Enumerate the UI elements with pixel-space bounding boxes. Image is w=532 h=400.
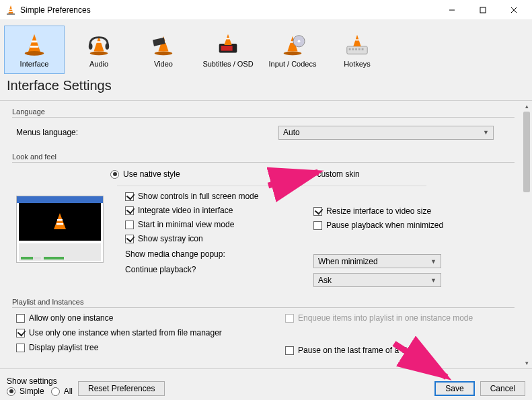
headphone-cone-icon (85, 32, 113, 58)
category-label: Hotkeys (344, 60, 371, 68)
checkbox-icon (125, 192, 134, 201)
radio-icon (288, 170, 297, 179)
category-video[interactable]: Video (133, 26, 194, 74)
checkbox-icon (313, 207, 322, 216)
cone-icon (20, 32, 48, 58)
menus-language-select[interactable]: Auto ▼ (278, 126, 494, 140)
checkbox-icon (125, 221, 134, 229)
category-interface[interactable]: Interface (4, 26, 65, 74)
check-allow-one-instance[interactable]: Allow only one instance (16, 313, 285, 323)
svg-rect-1 (9, 9, 12, 10)
checkbox-icon (125, 235, 134, 243)
close-button[interactable] (498, 0, 529, 20)
radio-use-custom-skin[interactable]: Use custom skin (288, 169, 360, 179)
check-start-minimal[interactable]: Start in minimal view mode (125, 220, 313, 229)
svg-point-16 (106, 43, 110, 50)
film-cone-icon (149, 32, 178, 58)
page-title: Interface Settings (0, 74, 532, 100)
keyboard-cone-icon (343, 32, 371, 58)
svg-rect-3 (7, 13, 15, 15)
check-resize-to-video[interactable]: Resize interface to video size (313, 206, 510, 216)
check-integrate-video[interactable]: Integrate video in interface (125, 206, 313, 215)
check-pause-minimized[interactable]: Pause playback when minimized (313, 221, 510, 230)
vertical-scrollbar[interactable]: ▴ ▾ (521, 101, 532, 368)
svg-point-29 (298, 40, 301, 42)
check-label: Show systray icon (138, 234, 203, 243)
group-language: Language Menus language: Auto ▼ (12, 108, 515, 146)
category-input-codecs[interactable]: Input / Codecs (262, 26, 323, 74)
svg-rect-39 (57, 219, 63, 221)
continue-playback-label: Continue playback? (125, 265, 233, 274)
svg-marker-8 (28, 34, 41, 52)
svg-rect-10 (30, 45, 38, 47)
button-label: Save (445, 384, 463, 393)
radio-label: Use native style (123, 169, 180, 179)
check-show-systray[interactable]: Show systray icon (125, 234, 313, 243)
svg-point-11 (25, 51, 44, 56)
save-button[interactable]: Save (434, 381, 474, 396)
svg-rect-34 (358, 48, 360, 50)
radio-icon (110, 170, 119, 179)
check-label: Resize interface to video size (326, 206, 431, 216)
svg-rect-33 (355, 48, 357, 50)
svg-rect-9 (32, 40, 38, 42)
minimize-button[interactable] (436, 0, 467, 20)
check-label: Allow only one instance (29, 313, 113, 323)
radio-use-native-style[interactable]: Use native style (110, 169, 180, 179)
category-strip: Interface Audio Video Subtitles / OSD In… (0, 20, 532, 74)
radio-label: Simple (20, 387, 44, 396)
svg-point-15 (89, 43, 93, 50)
check-label: Pause on the last frame of a video (298, 346, 420, 355)
category-label: Input / Codecs (269, 60, 317, 68)
category-subtitles[interactable]: Subtitles / OSD (198, 26, 258, 74)
radio-label: Use custom skin (301, 169, 360, 179)
settings-content: Language Menus language: Auto ▼ Look and… (0, 101, 521, 368)
reset-preferences-button[interactable]: Reset Preferences (78, 381, 165, 396)
chevron-down-icon: ▼ (430, 277, 436, 284)
svg-rect-37 (355, 39, 359, 40)
checkbox-icon (16, 329, 25, 337)
bottom-bar: Show settings Simple All Reset Preferenc… (0, 369, 532, 400)
continue-playback-select[interactable]: Ask ▼ (313, 273, 441, 287)
check-show-controls-fullscreen[interactable]: Show controls in full screen mode (125, 192, 313, 201)
checkbox-icon (16, 344, 25, 352)
svg-rect-40 (56, 223, 63, 225)
scroll-down-icon[interactable]: ▾ (521, 358, 532, 368)
check-pause-last-frame[interactable]: Pause on the last frame of a video (285, 346, 510, 355)
svg-point-17 (155, 51, 173, 55)
cancel-button[interactable]: Cancel (480, 381, 525, 396)
button-label: Cancel (490, 384, 515, 393)
svg-rect-24 (226, 38, 230, 39)
svg-rect-32 (352, 48, 354, 50)
maximize-button[interactable] (467, 0, 498, 20)
radio-show-all[interactable]: All (51, 387, 73, 396)
checkbox-icon (16, 314, 25, 323)
checkbox-icon (285, 314, 294, 323)
category-audio[interactable]: Audio (69, 26, 129, 74)
category-label: Audio (89, 60, 108, 68)
media-popup-label: Show media change popup: (125, 249, 233, 259)
button-label: Reset Preferences (88, 384, 155, 393)
radio-icon (7, 387, 15, 396)
media-popup-select[interactable]: When minimized ▼ (313, 254, 441, 268)
svg-rect-14 (96, 41, 102, 42)
scrollbar-thumb[interactable] (523, 112, 530, 192)
clock-cone-icon (214, 32, 242, 58)
scroll-up-icon[interactable]: ▴ (521, 101, 532, 112)
check-one-instance-file-manager[interactable]: Use only one instance when started from … (16, 328, 285, 337)
radio-icon (51, 387, 60, 396)
checkbox-icon (125, 206, 134, 215)
category-hotkeys[interactable]: Hotkeys (327, 26, 387, 74)
svg-rect-35 (362, 48, 364, 50)
check-display-playlist-tree[interactable]: Display playlist tree (16, 343, 285, 352)
category-label: Interface (20, 60, 49, 68)
check-label: Display playlist tree (29, 343, 98, 352)
svg-point-12 (90, 51, 108, 55)
category-label: Subtitles / OSD (202, 60, 253, 68)
radio-show-simple[interactable]: Simple (7, 387, 44, 396)
select-value: Auto (283, 128, 300, 137)
check-enqueue-playlist: Enqueue items into playlist in one insta… (285, 313, 510, 323)
group-playlist-instances: Playlist and Instances Allow only one in… (12, 298, 515, 359)
svg-rect-5 (480, 7, 486, 13)
group-label: Look and feel (12, 153, 515, 161)
